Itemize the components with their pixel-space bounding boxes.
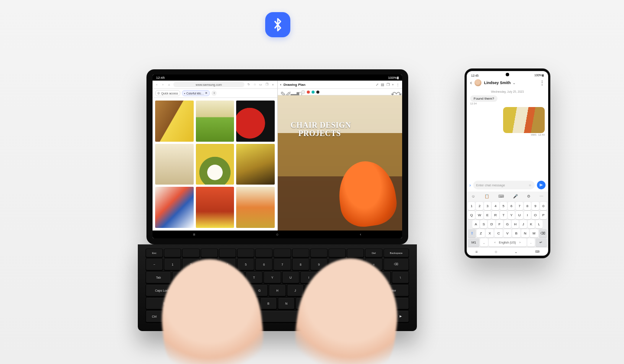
chair-photo [335, 158, 400, 230]
expand-icon[interactable]: ⤢ [376, 83, 379, 87]
browser-pane: ‹ › ⌂ www.samsung.com ↻ ☆ ▭ ❐ ≡ ◎Quick a… [153, 81, 278, 231]
emoji-icon[interactable]: ☺ [528, 183, 532, 187]
image-gallery[interactable] [153, 98, 277, 231]
keyboard-icon[interactable]: ⌨ [535, 250, 540, 254]
color-red[interactable] [307, 91, 310, 94]
notes-pane: ‹Drawing Plan ⤢ ▤ ❐ + ⋮ ✎ ✐ ▬ ◧ [278, 81, 403, 231]
message-thumbnail [503, 107, 545, 133]
contact-name[interactable]: Lindsey Smith⌄ [484, 81, 516, 85]
tablet-device: 12:45 100%▮ ‹ › ⌂ www.samsung.com ↻ ☆ ▭ … [146, 69, 408, 244]
home-icon[interactable]: ⌂ [167, 83, 171, 86]
phone-nav-bar: ≡ ○ ⌄ ⌨ [467, 248, 548, 256]
recents-icon[interactable]: ≡ [192, 232, 197, 237]
forward-icon[interactable]: › [161, 83, 165, 86]
tab-active[interactable]: ▪Colorful kitc…✕ [182, 90, 210, 96]
send-button[interactable] [537, 181, 546, 189]
browser-toolbar: ‹ › ⌂ www.samsung.com ↻ ☆ ▭ ❐ ≡ [153, 81, 277, 89]
symbol-key[interactable]: !#1 [468, 238, 479, 247]
incoming-message[interactable]: Found them? [470, 95, 497, 102]
phone-battery: 100%▮ [534, 74, 544, 77]
key-row-qwerty: QWERTYUIOP [468, 211, 547, 219]
home-nav-icon[interactable]: ○ [495, 250, 497, 254]
more-icon[interactable]: ⋮ [540, 80, 545, 86]
tablet-time: 12:45 [156, 76, 165, 80]
keyboard-hide-icon[interactable]: ⌄ [514, 250, 518, 254]
menu-icon[interactable]: ≡ [271, 83, 275, 86]
mic-icon[interactable]: 🎤 [513, 194, 518, 198]
home-nav-icon[interactable]: ○ [275, 232, 280, 237]
phone-device: 12:45 100%▮ ‹ Lindsey Smith⌄ ⋮ Wednesday… [465, 68, 550, 258]
enter-key[interactable]: ↵ [536, 238, 547, 247]
tablet-status-bar: 12:45 100%▮ [153, 75, 402, 81]
avatar[interactable] [474, 79, 481, 86]
undo-icon[interactable]: ↶ [391, 90, 394, 94]
notes-header: ‹Drawing Plan ⤢ ▤ ❐ + ⋮ [278, 81, 403, 89]
notes-toolbar: ✎ ✐ ▬ ◧ ↶ ↷ [278, 89, 403, 95]
color-teal[interactable] [312, 91, 315, 94]
tablet-battery: 100%▮ [388, 76, 399, 80]
key-row-space: !#1 , ‹English (US)› . ↵ [468, 238, 547, 247]
keyboard-toolbar: ☺ 📋 ⌨ 🎤 ⚙ ⋯ [467, 192, 548, 201]
color-black[interactable] [316, 91, 319, 94]
phone-screen: 12:45 100%▮ ‹ Lindsey Smith⌄ ⋮ Wednesday… [467, 71, 548, 256]
back-icon[interactable]: ‹ [470, 80, 472, 86]
read-icon[interactable]: ▤ [381, 83, 384, 87]
highlighter-icon[interactable]: ▬ [291, 90, 294, 94]
compose-bar: › Enter chat message ☺ [467, 179, 548, 192]
eraser-icon[interactable]: ◧ [296, 90, 299, 94]
front-camera [506, 73, 509, 76]
comma-key[interactable]: , [480, 238, 488, 247]
key-row-asdf: ASDFGHJKL [468, 220, 547, 228]
emoji-icon[interactable]: ☺ [471, 194, 475, 198]
note-canvas[interactable]: CHAIR DESIGN PROJECTS [278, 95, 403, 231]
recents-icon[interactable]: ≡ [475, 250, 478, 254]
more-icon[interactable]: ⋯ [540, 194, 543, 198]
add-icon[interactable]: + [392, 83, 394, 87]
chevron-down-icon: ⌄ [513, 81, 516, 85]
reload-icon[interactable]: ↻ [247, 83, 250, 86]
chat-date: Wednesday, July 25, 2023 [491, 90, 524, 93]
bluetooth-icon [265, 12, 290, 37]
chat-body[interactable]: Wednesday, July 25, 2023 Found them? 12:… [467, 88, 548, 179]
chat-header: ‹ Lindsey Smith⌄ ⋮ [467, 77, 548, 88]
expand-icon[interactable]: › [469, 182, 471, 188]
backspace-key[interactable]: ⌫ [539, 229, 547, 237]
browser-tabs: ◎Quick access ▪Colorful kitc…✕ + [153, 89, 277, 98]
more-icon[interactable]: ⋮ [396, 83, 400, 87]
back-icon[interactable]: ‹ [155, 83, 159, 86]
msg-time: 12:34 [470, 102, 477, 105]
tab-quick-access[interactable]: ◎Quick access [155, 90, 180, 96]
redo-icon[interactable]: ↷ [396, 90, 400, 94]
message-input[interactable]: Enter chat message ☺ [473, 181, 535, 189]
key-row-zxcv: ⇧ ZXCVBNM ⌫ [468, 229, 547, 237]
bookmark-icon[interactable]: ▭ [259, 83, 263, 86]
tabs-icon[interactable]: ❐ [265, 83, 269, 86]
note-title: Drawing Plan [283, 83, 306, 87]
handwritten-annotation: CHAIR DESIGN PROJECTS [291, 121, 351, 138]
shift-key[interactable]: ⇧ [468, 229, 476, 237]
pencil-icon[interactable]: ✐ [286, 90, 289, 94]
gear-icon[interactable]: ⚙ [527, 194, 530, 198]
url-field[interactable]: www.samsung.com [173, 82, 244, 87]
keyboard-mode-icon[interactable]: ⌨ [498, 194, 504, 198]
star-icon[interactable]: ☆ [253, 83, 257, 86]
outgoing-image-message[interactable]: MMS12:40 [503, 107, 545, 136]
color-white[interactable] [301, 90, 305, 94]
tablet-screen: 12:45 100%▮ ‹ › ⌂ www.samsung.com ↻ ☆ ▭ … [153, 75, 402, 238]
tablet-nav-bar: ≡ ○ ‹ [153, 231, 402, 238]
pen-icon[interactable]: ✎ [280, 90, 284, 94]
back-icon[interactable]: ‹ [280, 83, 282, 87]
space-key[interactable]: ‹English (US)› [489, 238, 526, 247]
soft-keyboard[interactable]: 1234567890 QWERTYUIOP ASDFGHJKL ⇧ ZXCVBN… [467, 201, 548, 248]
back-nav-icon[interactable]: ‹ [358, 232, 363, 237]
clipboard-icon[interactable]: 📋 [484, 194, 489, 198]
period-key[interactable]: . [527, 238, 535, 247]
page-icon[interactable]: ❐ [387, 83, 390, 87]
key-row-numbers: 1234567890 [468, 202, 547, 210]
new-tab-button[interactable]: + [211, 91, 217, 96]
phone-time: 12:45 [471, 74, 479, 77]
